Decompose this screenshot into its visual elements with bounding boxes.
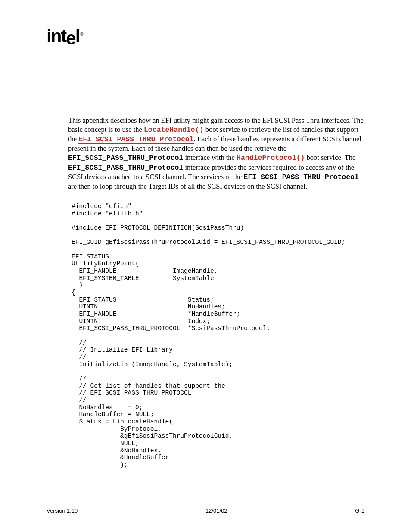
code-block: #include "efi.h" #include "efilib.h" #in… <box>72 203 364 469</box>
intel-logo: intel® <box>47 26 364 47</box>
para-text: boot service. The <box>305 153 355 162</box>
code-inline: EFI_SCSI_PASS_THRU_Protocol <box>68 164 183 172</box>
footer-page-number: G-1 <box>355 507 364 514</box>
code-inline: EFI_SCSI_PASS_THRU_Protocol <box>68 154 183 162</box>
efi-scsi-pass-thru-protocol-link[interactable]: EFI_SCSI_PASS_THRU_Protocol <box>78 135 193 144</box>
code-inline: EFI_SCSI_PASS_THRU_Protocol <box>244 173 359 181</box>
divider-rule <box>47 94 364 94</box>
footer-date: 12/01/02 <box>206 507 227 514</box>
page-footer: Version 1.10 12/01/02 G-1 <box>47 507 364 514</box>
para-text: are then to loop through the Target IDs … <box>68 182 307 190</box>
intro-paragraph: This appendix describes how an EFI utili… <box>68 116 364 191</box>
footer-version: Version 1.10 <box>47 507 78 514</box>
locatehandle-link[interactable]: LocateHandle() <box>144 126 204 134</box>
handleprotocol-link[interactable]: HandleProtocol() <box>237 154 305 162</box>
para-text: interface with the <box>183 153 237 162</box>
